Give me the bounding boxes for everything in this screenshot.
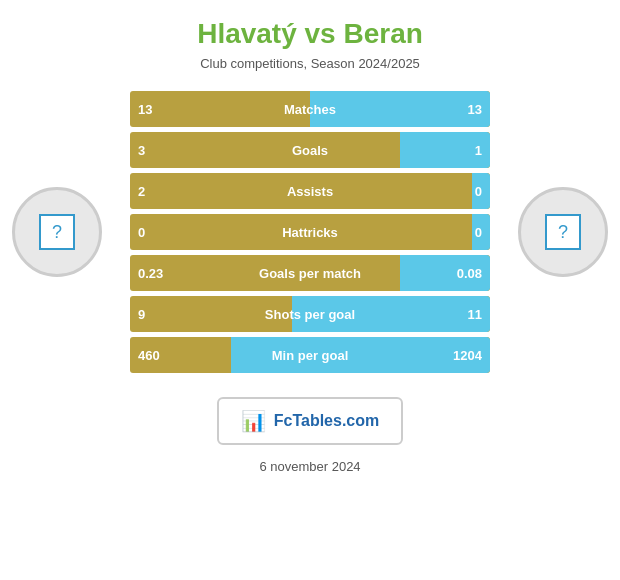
stat-val-left: 0.23 bbox=[138, 266, 163, 281]
stat-bar-bg: Goals per match0.230.08 bbox=[130, 255, 490, 291]
stat-label: Min per goal bbox=[272, 348, 349, 363]
stat-label: Shots per goal bbox=[265, 307, 355, 322]
avatar-inner-right: ? bbox=[545, 214, 581, 250]
stat-val-left: 9 bbox=[138, 307, 145, 322]
stat-row: Goals per match0.230.08 bbox=[130, 255, 490, 291]
stat-val-left: 13 bbox=[138, 102, 152, 117]
stat-bar-bg: Shots per goal911 bbox=[130, 296, 490, 332]
stats-table: Matches1313Goals31Assists20Hattricks00Go… bbox=[130, 91, 490, 373]
stat-val-right: 1204 bbox=[453, 348, 482, 363]
stat-bar-bg: Min per goal4601204 bbox=[130, 337, 490, 373]
player-avatar-left: ? bbox=[12, 187, 102, 277]
stat-label: Goals bbox=[292, 143, 328, 158]
stat-label: Assists bbox=[287, 184, 333, 199]
stat-fill-right bbox=[231, 337, 490, 373]
stat-val-left: 2 bbox=[138, 184, 145, 199]
stat-bar-bg: Goals31 bbox=[130, 132, 490, 168]
fctables-logo[interactable]: 📊 FcTables.com bbox=[217, 397, 404, 445]
stat-val-right: 0.08 bbox=[457, 266, 482, 281]
stat-val-right: 0 bbox=[475, 225, 482, 240]
stat-label: Matches bbox=[284, 102, 336, 117]
date-text: 6 november 2024 bbox=[259, 459, 360, 474]
stat-fill-right bbox=[310, 91, 490, 127]
player-avatar-right: ? bbox=[518, 187, 608, 277]
stat-label: Hattricks bbox=[282, 225, 338, 240]
stat-row: Hattricks00 bbox=[130, 214, 490, 250]
stat-bar-bg: Hattricks00 bbox=[130, 214, 490, 250]
stat-val-right: 0 bbox=[475, 184, 482, 199]
stat-val-left: 0 bbox=[138, 225, 145, 240]
subtitle: Club competitions, Season 2024/2025 bbox=[200, 56, 420, 71]
stat-label: Goals per match bbox=[259, 266, 361, 281]
comparison-section: ? Matches1313Goals31Assists20Hattricks00… bbox=[0, 91, 620, 373]
stat-row: Matches1313 bbox=[130, 91, 490, 127]
stat-row: Shots per goal911 bbox=[130, 296, 490, 332]
stat-val-right: 11 bbox=[468, 307, 482, 322]
page-title: Hlavatý vs Beran bbox=[197, 18, 423, 50]
logo-icon: 📊 bbox=[241, 409, 266, 433]
stat-val-left: 3 bbox=[138, 143, 145, 158]
stat-val-left: 460 bbox=[138, 348, 160, 363]
stat-row: Goals31 bbox=[130, 132, 490, 168]
avatar-inner-left: ? bbox=[39, 214, 75, 250]
stat-bar-bg: Matches1313 bbox=[130, 91, 490, 127]
logo-text: FcTables.com bbox=[274, 412, 380, 430]
stat-val-right: 1 bbox=[475, 143, 482, 158]
stat-row: Assists20 bbox=[130, 173, 490, 209]
stat-bar-bg: Assists20 bbox=[130, 173, 490, 209]
stat-row: Min per goal4601204 bbox=[130, 337, 490, 373]
stat-val-right: 13 bbox=[468, 102, 482, 117]
